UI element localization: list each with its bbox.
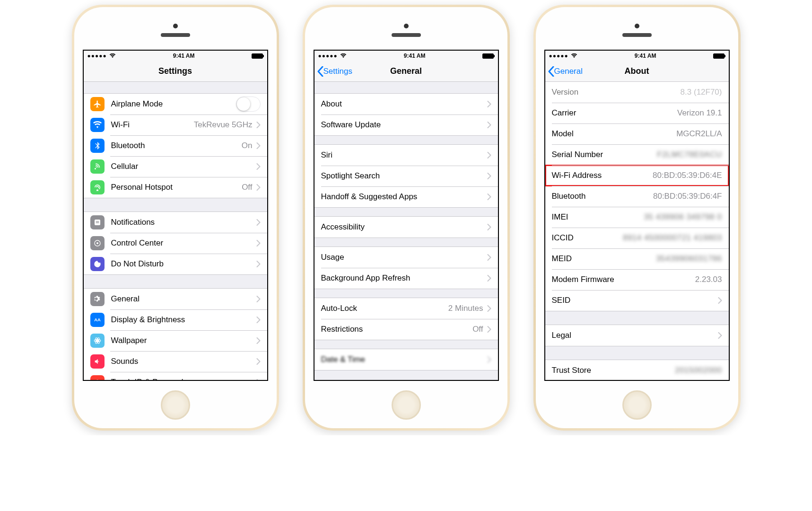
settings-row-siri[interactable]: Siri bbox=[314, 145, 498, 166]
row-value: 35439906031786 bbox=[656, 254, 722, 264]
wifi-icon bbox=[90, 118, 105, 132]
row-label: Personal Hotspot bbox=[111, 183, 242, 192]
chevron-right-icon bbox=[487, 305, 491, 312]
settings-row-auto-lock[interactable]: Auto-Lock2 Minutes bbox=[314, 298, 498, 319]
row-label: Background App Refresh bbox=[321, 273, 483, 283]
battery-icon bbox=[252, 53, 263, 59]
settings-row-wi-fi[interactable]: Wi-FiTekRevue 5GHz bbox=[84, 115, 267, 135]
settings-row-general[interactable]: General bbox=[84, 289, 267, 309]
settings-row-handoff-suggested-apps[interactable]: Handoff & Suggested Apps bbox=[314, 186, 498, 207]
row-value: 80:BD:05:39:D6:4E bbox=[653, 171, 722, 180]
chevron-right-icon bbox=[487, 275, 491, 282]
chevron-right-icon bbox=[487, 122, 491, 128]
settings-row-software-update[interactable]: Software Update bbox=[314, 115, 498, 135]
row-label: Spotlight Search bbox=[321, 171, 483, 181]
row-label: Auto-Lock bbox=[321, 304, 448, 313]
chevron-right-icon bbox=[487, 173, 491, 179]
row-label: Accessibility bbox=[321, 222, 483, 232]
row-label: Bluetooth bbox=[111, 141, 242, 150]
settings-row-personal-hotspot[interactable]: Personal HotspotOff bbox=[84, 177, 267, 198]
chevron-right-icon bbox=[256, 261, 261, 267]
battery-icon bbox=[482, 53, 494, 59]
row-value: MGCR2LL/A bbox=[676, 129, 722, 139]
svg-rect-2 bbox=[96, 222, 99, 223]
home-button[interactable] bbox=[392, 390, 421, 420]
settings-row-accessibility[interactable]: Accessibility bbox=[314, 217, 498, 238]
nav-back-button[interactable]: Settings bbox=[314, 66, 352, 77]
settings-row-serial-number: Serial NumberF2LMC78E0ACU bbox=[545, 144, 729, 165]
row-value: 80:BD:05:39:D6:4F bbox=[653, 192, 722, 201]
general-list[interactable]: AboutSoftware UpdateSiriSpotlight Search… bbox=[314, 82, 498, 380]
row-label: SEID bbox=[552, 296, 714, 305]
settings-row-restrictions[interactable]: RestrictionsOff bbox=[314, 319, 498, 340]
row-label: Airplane Mode bbox=[111, 99, 236, 109]
svg-point-4 bbox=[96, 242, 98, 244]
battery-icon bbox=[713, 53, 725, 59]
row-value: 2015002000 bbox=[675, 366, 722, 375]
row-label: Touch ID & Passcode bbox=[111, 378, 253, 380]
row-label: Serial Number bbox=[552, 150, 657, 159]
settings-row-date-time[interactable]: Date & Time bbox=[314, 349, 498, 370]
row-label: Carrier bbox=[552, 108, 677, 118]
settings-row-cellular[interactable]: Cellular bbox=[84, 156, 267, 177]
row-value: Verizon 19.1 bbox=[677, 108, 722, 118]
settings-row-carrier: CarrierVerizon 19.1 bbox=[545, 103, 729, 123]
row-value: 35 439906 349798 0 bbox=[644, 212, 722, 222]
settings-row-imei: IMEI35 439906 349798 0 bbox=[545, 207, 729, 228]
settings-row-trust-store: Trust Store2015002000 bbox=[545, 360, 729, 380]
settings-row-sounds[interactable]: Sounds bbox=[84, 351, 267, 372]
row-label: Control Center bbox=[111, 238, 253, 248]
wifi-icon bbox=[571, 53, 577, 58]
settings-row-background-app-refresh[interactable]: Background App Refresh bbox=[314, 268, 498, 289]
row-label: Sounds bbox=[111, 357, 253, 366]
row-label: MEID bbox=[552, 254, 656, 264]
settings-row-legal[interactable]: Legal bbox=[545, 325, 729, 346]
status-bar: ●●●●● 9:41 AM bbox=[314, 51, 498, 61]
row-label: Legal bbox=[552, 331, 714, 340]
chevron-right-icon bbox=[256, 219, 261, 226]
settings-row-do-not-disturb[interactable]: Do Not Disturb bbox=[84, 254, 267, 274]
chevron-right-icon bbox=[256, 379, 261, 380]
chevron-right-icon bbox=[487, 356, 491, 363]
row-value: 2 Minutes bbox=[448, 304, 483, 313]
svg-rect-1 bbox=[96, 221, 99, 221]
signal-dots-icon: ●●●●● bbox=[318, 53, 338, 59]
settings-row-about[interactable]: About bbox=[314, 94, 498, 115]
signal-dots-icon: ●●●●● bbox=[549, 53, 568, 59]
row-label: Display & Brightness bbox=[111, 315, 253, 325]
row-label: Wi-Fi bbox=[111, 120, 194, 130]
settings-row-spotlight-search[interactable]: Spotlight Search bbox=[314, 166, 498, 186]
settings-row-touch-id-passcode[interactable]: Touch ID & Passcode bbox=[84, 372, 267, 380]
nav-back-label: General bbox=[554, 67, 583, 76]
nav-back-button[interactable]: General bbox=[545, 66, 583, 77]
signal-dots-icon: ●●●●● bbox=[87, 53, 107, 59]
home-button[interactable] bbox=[161, 390, 190, 420]
settings-row-airplane-mode[interactable]: Airplane Mode bbox=[84, 94, 267, 115]
chevron-right-icon bbox=[256, 184, 261, 191]
settings-row-wi-fi-address: Wi-Fi Address80:BD:05:39:D6:4E bbox=[545, 165, 729, 186]
chevron-right-icon bbox=[487, 224, 491, 230]
chevron-right-icon bbox=[487, 152, 491, 159]
status-bar: ●●●●● 9:41 AM bbox=[545, 51, 729, 61]
row-value: Off bbox=[242, 183, 252, 192]
settings-row-seid[interactable]: SEID bbox=[545, 290, 729, 311]
settings-list[interactable]: Airplane ModeWi-FiTekRevue 5GHzBluetooth… bbox=[84, 82, 267, 380]
settings-row-bluetooth[interactable]: BluetoothOn bbox=[84, 135, 267, 156]
home-button[interactable] bbox=[622, 390, 652, 420]
chevron-right-icon bbox=[487, 326, 491, 333]
navbar: Settings bbox=[84, 61, 267, 82]
about-list[interactable]: Version8.3 (12F70)CarrierVerizon 19.1Mod… bbox=[545, 82, 729, 380]
chevron-right-icon bbox=[487, 254, 491, 261]
settings-row-meid: MEID35439906031786 bbox=[545, 248, 729, 269]
row-label: Notifications bbox=[111, 218, 253, 227]
chevron-right-icon bbox=[256, 122, 261, 128]
settings-row-display-brightness[interactable]: AADisplay & Brightness bbox=[84, 309, 267, 330]
chevron-right-icon bbox=[718, 297, 722, 304]
settings-row-usage[interactable]: Usage bbox=[314, 247, 498, 268]
toggle-switch[interactable] bbox=[236, 97, 261, 112]
settings-row-wallpaper[interactable]: Wallpaper bbox=[84, 330, 267, 351]
settings-row-control-center[interactable]: Control Center bbox=[84, 233, 267, 254]
settings-row-notifications[interactable]: Notifications bbox=[84, 212, 267, 233]
sounds-icon bbox=[90, 354, 105, 369]
chevron-right-icon bbox=[256, 240, 261, 247]
